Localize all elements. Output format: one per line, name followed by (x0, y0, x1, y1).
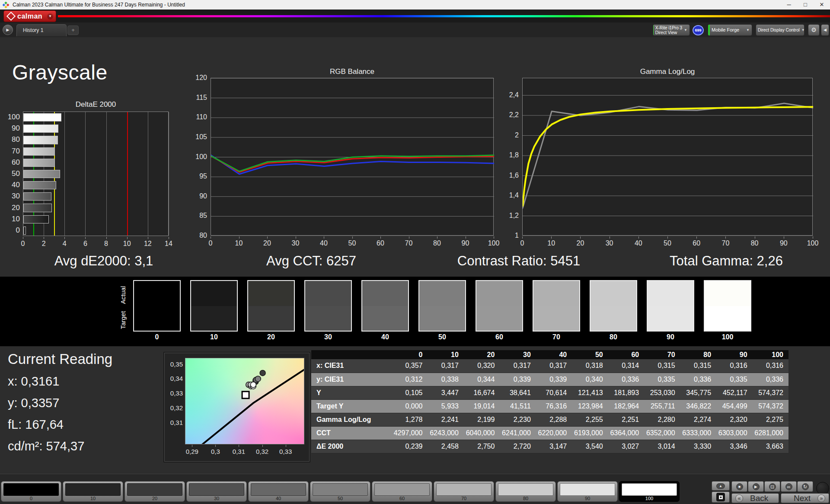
deltae-bar (23, 124, 58, 133)
tick-mark (211, 236, 211, 239)
current-reading-panel: Current Reading x: 0,3161 y: 0,3357 fL: … (8, 351, 112, 461)
pattern-window-button[interactable] (712, 491, 730, 503)
level-button-80[interactable]: 80 (495, 481, 556, 502)
grid-line (106, 112, 107, 236)
patch-target (191, 306, 237, 331)
level-button-70[interactable]: 70 (434, 481, 494, 502)
deltae-y-tick: 20 (4, 204, 20, 212)
table-cell: 19,014 (464, 399, 500, 413)
rgb-x-tick: 20 (260, 239, 275, 247)
display-control-dropdown[interactable]: Direct Display Control ▼ (756, 24, 804, 36)
chevron-down-icon: ▼ (801, 28, 804, 32)
level-button-50[interactable]: 50 (310, 481, 370, 502)
table-cell: 2,458 (428, 440, 463, 453)
grayscale-patch-strip: Actual Target 0102030405060708090100 (0, 277, 830, 346)
gamma-x-tick: 10 (544, 239, 559, 247)
tick-mark (296, 236, 296, 239)
table-cell: 0,000 (392, 399, 428, 413)
level-button-0[interactable]: 0 (1, 481, 61, 502)
table-col-header: 10 (428, 350, 463, 359)
loop-button[interactable]: ↻ (797, 481, 813, 492)
table-cell: 0,314 (608, 359, 644, 373)
table-cell: 0,339 (500, 373, 536, 386)
bottom-bar: 0102030405060708090100 ▲ ■ ▶ ⊡ ∞ ↻ « Bac… (0, 474, 830, 504)
table-col-header: 70 (644, 350, 680, 359)
close-button[interactable]: ✕ (814, 0, 830, 10)
play-button[interactable]: ▶ (748, 481, 764, 492)
settings-button[interactable]: ⚙ (808, 24, 820, 36)
table-row: x: CIE310,3570,3170,3200,3170,3170,3180,… (311, 359, 788, 373)
table-row: Y0,1053,44716,67438,64170,614121,413181,… (311, 386, 788, 399)
next-button[interactable]: Next » (781, 493, 829, 503)
table-cell: 0,339 (536, 373, 572, 386)
collapse-panel-button[interactable]: ◀ (821, 24, 829, 36)
table-col-header: 50 (572, 350, 608, 359)
table-cell: 0,317 (536, 359, 572, 373)
tab-history-1[interactable]: History 1 (16, 24, 67, 36)
table-cell: 2,199 (464, 413, 500, 426)
panel-up-button[interactable]: ▲ (712, 481, 730, 491)
gamma-x-tick: 0 (515, 239, 530, 247)
table-cell: 0,239 (392, 440, 428, 453)
patch-target (591, 306, 636, 331)
table-cell: 253,030 (644, 386, 680, 399)
rgb-x-tick: 30 (288, 239, 303, 247)
table-cell: 0,336 (753, 373, 788, 386)
table-cell: 1,278 (392, 413, 428, 426)
gamma-y-tick: 2,2 (502, 111, 519, 119)
patch-actual (248, 281, 294, 306)
rgb-y-tick: 120 (190, 74, 207, 82)
level-swatch (436, 483, 492, 496)
expand-history-button[interactable]: ▶ (3, 25, 13, 35)
level-button-10[interactable]: 10 (63, 481, 123, 502)
reference-line (127, 112, 128, 236)
table-cell: 0,312 (392, 373, 428, 386)
rgb-y-tick: 115 (190, 94, 207, 102)
table-cell: 16,674 (464, 386, 500, 399)
deltae-x-tick: 14 (162, 240, 175, 248)
table-col-header: 20 (464, 350, 500, 359)
table-row: Gamma Log/Log1,2782,2412,1992,2302,2882,… (311, 413, 788, 426)
back-button[interactable]: « Back (731, 493, 779, 503)
maximize-button[interactable]: □ (797, 0, 814, 10)
continuous-measure-button[interactable]: ∞ (781, 481, 797, 492)
add-tab-button[interactable]: + (67, 26, 79, 35)
calman-app-icon (3, 2, 9, 8)
patch-level-label: 30 (304, 333, 352, 341)
deltae-y-tick: 10 (4, 215, 20, 223)
level-button-20[interactable]: 20 (124, 481, 185, 502)
table-cell: 6364,000 (608, 426, 644, 440)
table-cell: 0,315 (680, 359, 716, 373)
cie-x-tick: 0,32 (254, 448, 271, 455)
minimize-button[interactable]: ─ (781, 0, 797, 10)
meter-dropdown[interactable]: X-Rite i1Pro 3Direct View ▼ (653, 24, 690, 36)
tick-mark (437, 236, 437, 239)
current-reading-title: Current Reading (8, 351, 112, 367)
contrast-ratio-value: Contrast Ratio: 5451 (415, 253, 622, 269)
patch-level-label: 50 (418, 333, 466, 341)
level-button-90[interactable]: 90 (557, 481, 618, 502)
level-button-100[interactable]: 100 (619, 481, 680, 502)
chevron-left-icon: ◀ (824, 28, 827, 32)
patch-cell: 20 (247, 280, 295, 341)
patch-target (476, 306, 522, 331)
level-button-30[interactable]: 30 (186, 481, 247, 502)
level-button-40[interactable]: 40 (248, 481, 309, 502)
level-button-60[interactable]: 60 (372, 481, 432, 502)
table-cell: 454,499 (716, 399, 752, 413)
single-measure-button[interactable]: ⊡ (764, 481, 780, 492)
play-icon: ▶ (753, 483, 760, 490)
actual-row-label: Actual (119, 281, 127, 309)
table-cell: 2,750 (464, 440, 500, 453)
tick-mark (239, 236, 239, 239)
patch-square (361, 280, 409, 332)
tick-mark (667, 236, 668, 239)
stop-button[interactable]: ■ (731, 481, 747, 492)
table-cell: 76,316 (536, 399, 572, 413)
tick-mark (23, 237, 23, 239)
source-dropdown[interactable]: Mobile Forge ▼ (708, 24, 752, 36)
patch-square (476, 280, 523, 332)
tick-mark (44, 237, 44, 239)
table-cell: 574,372 (753, 386, 788, 399)
calman-menu-button[interactable]: calman ▼ (3, 10, 56, 22)
